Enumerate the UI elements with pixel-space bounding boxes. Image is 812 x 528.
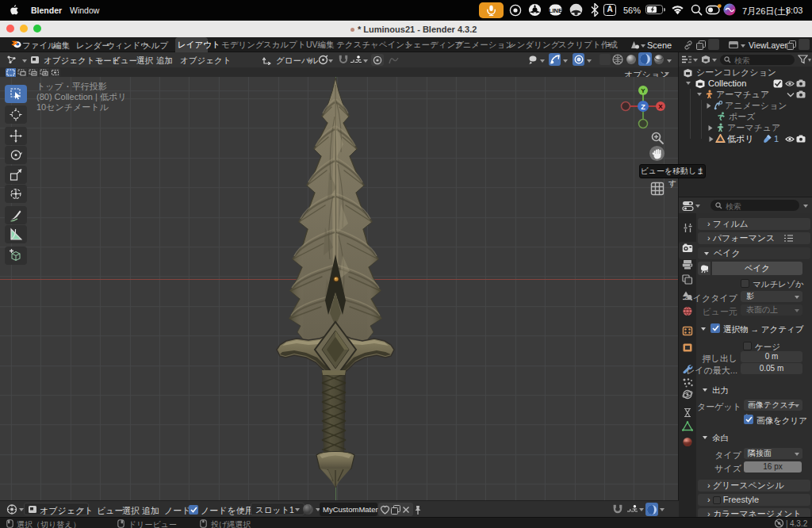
svg-text:LINE: LINE <box>549 7 562 14</box>
svg-text:Y: Y <box>641 87 645 94</box>
svg-text:Z: Z <box>641 103 645 111</box>
svg-text:X: X <box>658 103 663 110</box>
